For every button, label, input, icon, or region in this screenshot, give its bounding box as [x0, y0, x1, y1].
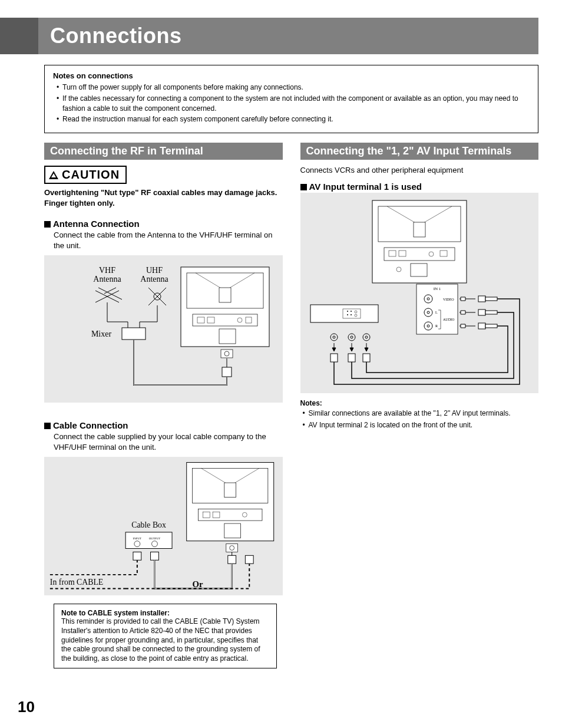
- notes-item: Turn off the power supply for all compon…: [57, 83, 530, 93]
- svg-point-98: [365, 336, 368, 338]
- installer-note-box: Note to CABLE system installer: This rem…: [54, 604, 277, 668]
- notes-list: Turn off the power supply for all compon…: [53, 83, 530, 124]
- notes-item: If the cables necessary for connecting a…: [57, 94, 530, 114]
- svg-rect-45: [151, 552, 159, 561]
- av-input-heading: AV Input terminal 1 is used: [300, 182, 539, 192]
- svg-rect-106: [348, 354, 355, 362]
- in-from-cable-label: In from CABLE: [50, 578, 103, 587]
- av-section-header: Connecting the "1, 2" AV Input Terminals: [300, 143, 539, 160]
- svg-marker-100: [332, 348, 336, 351]
- installer-body: This reminder is provided to call the CA…: [61, 617, 269, 663]
- svg-rect-85: [310, 305, 378, 322]
- svg-rect-47: [245, 556, 253, 564]
- svg-rect-80: [485, 311, 497, 314]
- svg-rect-46: [228, 556, 236, 564]
- svg-point-88: [351, 311, 352, 312]
- caution-text: Overtightening "Nut type" RF coaxial cab…: [44, 187, 283, 208]
- av-notes-heading: Notes:: [300, 399, 539, 407]
- installer-heading: Note to CABLE system installer:: [61, 609, 269, 617]
- square-bullet-icon: [44, 423, 51, 429]
- svg-rect-84: [485, 324, 497, 328]
- antenna-desc: Connect the cable from the Antenna to th…: [54, 230, 283, 251]
- warning-triangle-icon: [49, 171, 58, 179]
- svg-point-90: [351, 314, 352, 315]
- svg-rect-24: [122, 328, 146, 340]
- uhf-label: UHF: [146, 266, 163, 275]
- antenna-diagram: VHF Antenna UHF Antenna Mixer: [44, 255, 283, 403]
- svg-rect-37: [226, 544, 238, 552]
- square-bullet-icon: [300, 184, 307, 190]
- caution-label: CAUTION: [62, 168, 120, 182]
- left-column: Connecting the RF in Terminal CAUTION Ov…: [44, 143, 283, 668]
- mixer-label: Mixer: [91, 330, 112, 338]
- svg-rect-79: [478, 309, 485, 315]
- svg-rect-4: [219, 288, 231, 302]
- svg-rect-107: [363, 354, 370, 362]
- cable-heading: Cable Connection: [44, 420, 283, 430]
- svg-marker-104: [365, 348, 368, 351]
- av-input-diagram: IN 1 VIDEO L R AUDIO: [300, 193, 539, 393]
- page-title-bar: Connections: [38, 18, 538, 54]
- av-notes-item: Similar connections are available at the…: [303, 409, 539, 418]
- svg-marker-74: [461, 297, 465, 301]
- cable-box-label: Cable Box: [131, 521, 166, 529]
- right-column: Connecting the "1, 2" AV Input Terminals…: [300, 143, 539, 668]
- page-number: 10: [18, 698, 35, 716]
- cable-desc: Connect the cable supplied by your local…: [54, 431, 283, 452]
- svg-rect-53: [414, 222, 425, 237]
- svg-rect-76: [485, 297, 497, 301]
- svg-rect-83: [478, 323, 485, 329]
- svg-rect-105: [330, 354, 338, 362]
- svg-rect-31: [224, 483, 236, 498]
- square-bullet-icon: [44, 221, 51, 228]
- notes-item: Read the instruction manual for each sys…: [57, 114, 530, 124]
- av-notes-item: AV Input terminal 2 is located on the fr…: [303, 420, 539, 430]
- svg-rect-36: [224, 524, 241, 539]
- svg-point-94: [333, 336, 335, 338]
- svg-point-96: [351, 336, 353, 338]
- svg-point-89: [347, 314, 348, 315]
- svg-text:VIDEO: VIDEO: [443, 298, 454, 301]
- rf-section-header: Connecting the RF in Terminal: [44, 143, 283, 160]
- svg-rect-75: [478, 296, 485, 302]
- svg-text:Antenna: Antenna: [94, 275, 122, 284]
- svg-text:INPUT: INPUT: [133, 537, 142, 540]
- page-title: Connections: [50, 24, 527, 48]
- svg-rect-10: [219, 329, 236, 344]
- svg-text:L: L: [435, 311, 438, 314]
- svg-rect-25: [222, 367, 232, 377]
- notes-heading: Notes on connections: [53, 71, 530, 80]
- svg-text:IN 1: IN 1: [433, 286, 441, 291]
- svg-point-95: [348, 334, 355, 341]
- svg-marker-102: [350, 348, 353, 351]
- svg-rect-44: [133, 552, 141, 561]
- av-intro: Connects VCRs and other peripheral equip…: [300, 166, 539, 174]
- svg-text:Antenna: Antenna: [141, 275, 169, 284]
- svg-rect-11: [221, 350, 233, 358]
- svg-text:AUDIO: AUDIO: [443, 318, 455, 321]
- vhf-label: VHF: [99, 266, 115, 275]
- svg-marker-78: [461, 311, 465, 314]
- av-notes-list: Similar connections are available at the…: [300, 409, 539, 430]
- cable-diagram: Cable Box INPUT OUTPUT In from CABLE: [44, 457, 283, 595]
- svg-point-97: [363, 334, 370, 341]
- svg-point-93: [330, 334, 338, 341]
- notes-on-connections-box: Notes on connections Turn off the power …: [44, 65, 538, 133]
- svg-text:OUTPUT: OUTPUT: [149, 537, 160, 540]
- svg-text:R: R: [435, 324, 438, 328]
- svg-rect-39: [125, 532, 172, 549]
- av-notes: Notes: Similar connections are available…: [300, 399, 539, 430]
- svg-marker-82: [461, 324, 465, 328]
- caution-badge: CAUTION: [44, 166, 127, 184]
- antenna-heading: Antenna Connection: [44, 219, 283, 229]
- svg-point-87: [347, 311, 348, 312]
- svg-rect-59: [411, 263, 427, 276]
- or-label: Or: [193, 579, 203, 589]
